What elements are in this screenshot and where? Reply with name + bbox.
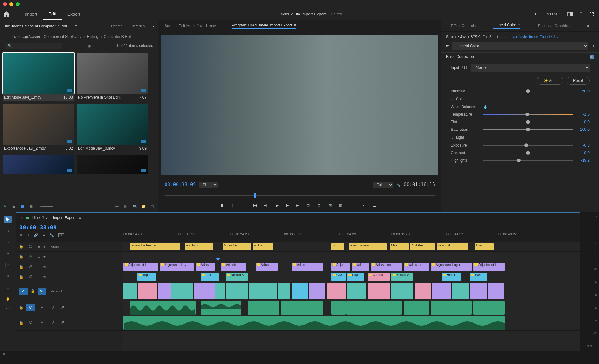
window-minimize[interactable] (9, 2, 13, 6)
program-scrubber[interactable] (158, 191, 441, 200)
video-clip[interactable]: Content (368, 273, 390, 281)
playhead[interactable] (218, 261, 218, 344)
temperature-value[interactable]: -1.5 (577, 112, 590, 117)
type-tool-icon[interactable]: T (4, 306, 12, 314)
step-back-icon[interactable]: ◀| (264, 203, 270, 209)
adjustment-clip[interactable]: Adjust (292, 263, 323, 271)
sync-icon[interactable]: ⊟ (38, 245, 40, 249)
lock-icon[interactable]: 🔒 (19, 255, 24, 259)
go-to-in-icon[interactable]: |◀ (253, 203, 259, 209)
exposure-slider[interactable] (483, 145, 573, 146)
caption-clip[interactable]: Use t... (475, 243, 494, 250)
video-clip[interactable] (347, 283, 366, 299)
caption-clip[interactable]: so the... (253, 243, 273, 250)
track-select-tool-icon[interactable]: ⇥ (4, 227, 12, 234)
video-clip[interactable] (138, 283, 157, 299)
sync-icon[interactable]: ⊟ (38, 255, 40, 259)
home-icon[interactable] (3, 11, 9, 17)
tint-value[interactable]: 0.0 (577, 120, 590, 124)
highlights-value[interactable]: -19.2 (577, 158, 590, 163)
lock-icon[interactable]: 🔒 (19, 245, 24, 249)
freeform-view-icon[interactable]: ⊞ (30, 205, 34, 209)
rectangle-tool-icon[interactable]: ▭ (4, 284, 12, 291)
list-view-icon[interactable]: ☰ (12, 205, 17, 209)
video-clip[interactable] (171, 283, 193, 299)
caption-clip[interactable]: review the files on ... (130, 243, 180, 250)
audio-clip[interactable] (123, 316, 505, 330)
timeline-content[interactable]: review the files on ... and bring... A n… (123, 242, 580, 351)
in-point-icon[interactable]: { (232, 203, 237, 209)
adjustment-clip[interactable]: Adjustment La (123, 263, 158, 271)
caption-clip[interactable]: And Pre... (410, 243, 435, 250)
video-clip[interactable]: Edit (201, 273, 219, 281)
solo-left[interactable]: S (587, 345, 589, 348)
export-tab[interactable]: Export (62, 8, 86, 20)
contrast-slider[interactable] (483, 153, 573, 153)
eye-icon[interactable]: 👁 (43, 275, 46, 279)
video-clip[interactable] (327, 283, 346, 299)
video-clip[interactable]: Impor (137, 273, 156, 281)
video-clip[interactable]: Nested S (391, 273, 413, 281)
workspace-dropdown[interactable]: ESSENTIALS (535, 12, 561, 16)
solo-button[interactable]: S (49, 320, 58, 326)
caption-clip[interactable]: W... (331, 243, 344, 250)
basic-correction-header[interactable]: Basic Correction (446, 55, 474, 59)
sequence-name[interactable]: Lila x Javier Import Export (32, 216, 76, 220)
lock-icon[interactable]: 🔒 (31, 289, 35, 293)
settings-icon[interactable]: 🔧 (396, 183, 401, 187)
effect-controls-tab[interactable]: Effect Controls (451, 24, 476, 28)
program-video-frame[interactable] (161, 35, 438, 175)
video-clip[interactable] (391, 283, 413, 299)
clip-thumbnail[interactable] (3, 155, 74, 174)
fx-badge-icon[interactable]: fx (446, 44, 449, 48)
hand-tool-icon[interactable]: ✋ (4, 295, 12, 303)
cc-icon[interactable]: ◉ (3, 352, 6, 355)
adjustment-clip[interactable]: Adjus (196, 263, 215, 271)
bin-tab[interactable]: Bin: Javier Editing at Computer B Roll (3, 24, 67, 28)
clip-item[interactable]: Edit Mode Javi_1.mov16:03 (3, 53, 74, 101)
audio-clip[interactable] (201, 301, 241, 315)
marker-icon[interactable]: ▮ (221, 203, 227, 209)
step-forward-icon[interactable]: |▶ (285, 203, 291, 209)
video-clip[interactable] (249, 283, 277, 299)
audio-clip[interactable] (130, 301, 196, 315)
clip-item[interactable]: Edit Mode Javi_0.mov9:09 (77, 104, 148, 152)
audio-clip[interactable] (473, 301, 505, 315)
input-lut-select[interactable]: None (471, 64, 590, 72)
share-icon[interactable] (579, 12, 584, 17)
clip-thumbnail[interactable] (77, 53, 148, 94)
solo-right[interactable]: S (590, 345, 592, 348)
audio-clip[interactable] (248, 301, 279, 315)
audio-clip[interactable] (431, 301, 472, 315)
magnet-icon[interactable]: ⊓ (26, 233, 29, 237)
intensity-value[interactable]: 50.0 (577, 89, 590, 93)
solo-button[interactable]: S (49, 304, 58, 311)
marker-add-icon[interactable]: ◆ (43, 233, 45, 237)
caption-clip[interactable]: A new he... (223, 243, 251, 250)
caption-clip[interactable]: open the new... (349, 243, 387, 250)
video-clip[interactable] (415, 283, 431, 299)
mute-button[interactable]: M (38, 320, 46, 326)
snap-icon[interactable]: ❄ (19, 233, 22, 237)
breadcrumb-path[interactable]: Javier ...ge\Javier - Commercial Shots\J… (11, 34, 131, 39)
new-bin-icon[interactable]: 📁 (142, 205, 146, 209)
selection-tool-icon[interactable] (4, 216, 12, 223)
audio-clip[interactable] (404, 301, 429, 315)
source-monitor-tab[interactable]: Source: Edit Mode Javi_1.mov (165, 24, 216, 28)
razor-tool-icon[interactable]: ✂ (4, 250, 12, 257)
mute-button[interactable]: M (38, 304, 46, 311)
video-clip[interactable] (292, 283, 308, 299)
automate-icon[interactable]: ⊪ (124, 205, 128, 209)
video-clip[interactable] (488, 283, 504, 299)
video-clip[interactable] (278, 283, 290, 299)
track-target-v3[interactable]: V3 (26, 263, 35, 270)
track-target-v1[interactable]: V1 (38, 288, 46, 295)
slip-tool-icon[interactable]: |↔| (4, 261, 12, 269)
caption-icon[interactable]: CC (58, 233, 64, 237)
eye-icon[interactable]: 👁 (43, 265, 46, 269)
adjustment-clip[interactable]: Adjust (256, 263, 278, 271)
lock-icon[interactable]: 🔒 (19, 306, 24, 310)
program-timecode[interactable]: 00:00:33:09 (165, 182, 196, 188)
panel-overflow-icon[interactable]: » (587, 24, 590, 28)
resolution-select[interactable]: Full (373, 182, 393, 188)
